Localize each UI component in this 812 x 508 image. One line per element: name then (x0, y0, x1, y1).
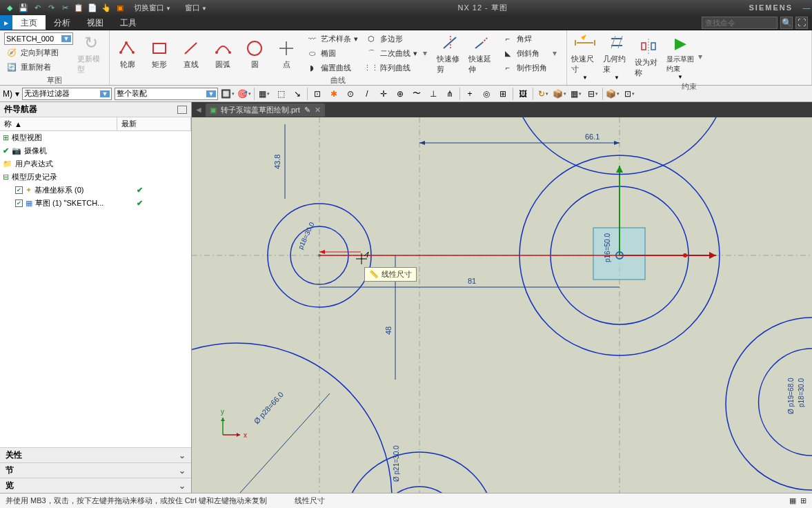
snap-ico-8[interactable]: ⊥ (426, 88, 440, 100)
geo-constraint-button[interactable]: 几何约束▼ (603, 32, 631, 81)
snap-ico-5[interactable]: ✛ (377, 88, 390, 100)
more-curves-dropdown[interactable]: ▾ (423, 48, 433, 58)
filter-ico-4[interactable]: ⬚ (274, 88, 288, 100)
ellipse-button[interactable]: ⬭椭圆 (304, 46, 359, 60)
fillet-button[interactable]: ⌐角焊 (500, 32, 548, 46)
filter-ico-3[interactable]: ▦▾ (257, 88, 271, 100)
corner-button[interactable]: ⌐制作拐角 (500, 61, 548, 75)
conic-button[interactable]: ⌒二次曲线 ▾ (364, 46, 419, 60)
tree-item-csys[interactable]: ✔✦基准坐标系 (0)✔ (0, 184, 191, 197)
cut-icon[interactable]: ✂ (59, 2, 70, 13)
snap-ico-9[interactable]: ⋔ (443, 88, 457, 100)
view-ico-1[interactable]: 🖼 (516, 88, 530, 100)
sketch-name-dropdown[interactable]: SKETCH_000▼ (4, 32, 73, 45)
brand-label: SIEMENS (749, 3, 801, 12)
tab-tools[interactable]: 工具 (112, 15, 145, 30)
quick-extend-button[interactable]: 快速延伸 (468, 32, 496, 75)
tree-item-sketch[interactable]: ✔▦草图 (1) "SKETCH...✔ (0, 197, 191, 210)
app-menu-button[interactable]: ▸ (0, 15, 12, 30)
status-ico-2[interactable]: ⊞ (800, 496, 806, 505)
assembly-scope-combo[interactable]: 整个装配▼ (115, 88, 218, 100)
circle-button[interactable]: 圆 (241, 37, 268, 70)
tab-scroll-left-icon[interactable]: ◄ (195, 105, 203, 115)
paste-icon[interactable]: 📄 (87, 2, 98, 13)
quick-trim-button[interactable]: 快速修剪 (437, 32, 464, 75)
switch-window-menu[interactable]: 切换窗口▼ (128, 3, 177, 13)
view-ico-4[interactable]: ▦▾ (569, 88, 583, 100)
show-constraint-button[interactable]: ▶显示草图约束▼ (666, 32, 694, 80)
snap-ico-6[interactable]: ⊕ (393, 88, 407, 100)
more-constraint-dropdown[interactable]: ▾ (698, 52, 708, 61)
tooltip: 📏 线性尺寸 (364, 267, 417, 282)
touch-icon[interactable]: 👆 (101, 2, 112, 13)
snap-ico-7[interactable]: 〜 (410, 88, 424, 100)
save-icon[interactable]: 💾 (18, 2, 29, 13)
close-tab-icon[interactable]: ✕ (315, 106, 321, 115)
line-button[interactable]: 直线 (177, 37, 205, 70)
snap-ico-12[interactable]: ⊞ (496, 88, 510, 100)
profile-button[interactable]: 轮廓 (114, 37, 141, 70)
tab-view[interactable]: 视图 (79, 15, 112, 30)
window-menu[interactable]: 窗口▼ (179, 3, 212, 13)
redo-icon[interactable]: ↷ (46, 2, 57, 13)
fillet-icon: ⌐ (502, 32, 514, 45)
col-latest[interactable]: 最新 (117, 117, 191, 130)
reattach-button[interactable]: 🔄重新附着 (4, 60, 73, 74)
quick-trim-icon (439, 32, 462, 54)
filter-ico-1[interactable]: 🔲▾ (221, 88, 235, 100)
tree-item-expressions[interactable]: 📁用户表达式 (0, 157, 191, 170)
snap-ico-2[interactable]: ✱ (327, 88, 341, 100)
switch-window-icon[interactable]: ▣ (115, 2, 126, 13)
offset-curve-button[interactable]: ◗偏置曲线 (304, 61, 359, 75)
snap-ico-1[interactable]: ⊡ (310, 88, 324, 100)
search-button[interactable]: 🔍 (780, 17, 793, 29)
view-ico-5[interactable]: ⊟▾ (586, 88, 600, 100)
sketch-canvas[interactable]: 66.1 p18=30.0 43.8 p16=50.0 (192, 117, 812, 493)
orient-to-sketch-button[interactable]: 🧭定向到草图 (4, 46, 73, 59)
view-ico-6[interactable]: 📦▾ (606, 88, 620, 100)
pattern-curve-button[interactable]: ⋮⋮阵列曲线 (364, 61, 419, 75)
rectangle-button[interactable]: 矩形 (146, 37, 173, 70)
undo-icon[interactable]: ↶ (32, 2, 43, 13)
point-icon (275, 37, 297, 59)
make-symmetric-button[interactable]: 设为对称 (635, 35, 662, 78)
snap-ico-4[interactable]: / (360, 88, 374, 100)
update-model-button: ↻更新模型 (77, 32, 105, 75)
view-ico-3[interactable]: 📦▾ (553, 88, 566, 100)
tab-analysis[interactable]: 分析 (46, 15, 79, 30)
tree-item-history[interactable]: ⊟模型历史记录 (0, 170, 191, 184)
checkbox-icon[interactable]: ✔ (15, 186, 23, 194)
panel-relevance[interactable]: 关性⌄ (0, 447, 191, 462)
col-name[interactable]: 称 ▲ (0, 117, 117, 130)
view-ico-2[interactable]: ↻▾ (536, 88, 550, 100)
tree-item-model-view[interactable]: ⊞模型视图 (0, 131, 191, 144)
panel-details[interactable]: 节⌄ (0, 462, 191, 478)
snap-ico-11[interactable]: ◎ (479, 88, 493, 100)
filter-ico-2[interactable]: 🎯▾ (237, 88, 251, 100)
circle-icon (244, 37, 266, 59)
copy-icon[interactable]: 📋 (73, 2, 84, 13)
navigator-pin-icon[interactable] (177, 106, 187, 114)
panel-preview[interactable]: 览⌄ (0, 478, 191, 493)
selection-filter-combo[interactable]: 无选择过滤器▼ (22, 88, 112, 100)
fullscreen-button[interactable]: ⛶ (795, 17, 808, 29)
tree-item-camera[interactable]: ✔📷摄像机 (0, 144, 191, 157)
polygon-button[interactable]: ⬡多边形 (364, 32, 419, 46)
command-search-input[interactable] (702, 17, 778, 29)
chamfer-button[interactable]: ◣倒斜角 (500, 46, 548, 60)
minimize-icon[interactable]: — (801, 2, 812, 13)
snap-ico-10[interactable]: + (463, 88, 477, 100)
file-tab[interactable]: ▣ 转子泵端盖草图绘制.prt ✎ ✕ (206, 104, 325, 117)
point-button[interactable]: 点 (273, 37, 300, 70)
filter-ico-5[interactable]: ↘ (290, 88, 304, 100)
spline-button[interactable]: 〰艺术样条 ▾ (304, 32, 359, 46)
snap-ico-3[interactable]: ⊙ (344, 88, 357, 100)
more-curves2-dropdown[interactable]: ▾ (553, 48, 562, 58)
arc-button[interactable]: 圆弧 (209, 37, 237, 70)
tab-home[interactable]: 主页 (12, 15, 46, 30)
status-ico-1[interactable]: ▦ (789, 496, 796, 505)
rapid-dim-button[interactable]: 快速尺寸▼ (571, 32, 599, 81)
view-ico-7[interactable]: ⊡▾ (622, 88, 636, 100)
checkbox-icon[interactable]: ✔ (15, 199, 23, 207)
svg-text:66.1: 66.1 (585, 133, 600, 141)
